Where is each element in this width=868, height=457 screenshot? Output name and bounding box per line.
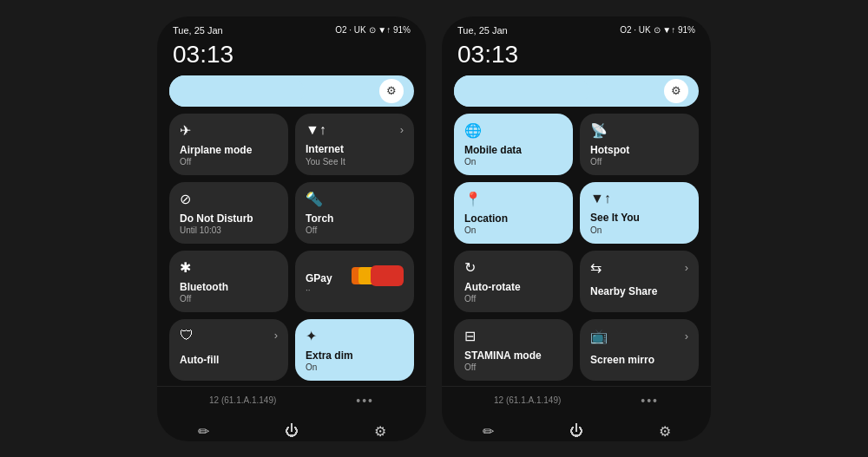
right-tile-mobiledata[interactable]: 🌐 Mobile data On <box>454 114 573 175</box>
right-tile-autorotate-sub: Off <box>464 294 562 304</box>
left-phone: Tue, 25 Jan O2 · UK ⊙ ▼↑ 91% 03:13 ⚙ ✈ A… <box>157 16 426 441</box>
location-icon: 📍 <box>464 191 482 207</box>
left-tile-autofill-top: 🛡 › <box>180 328 278 343</box>
left-tile-internet-sub: You See It <box>306 157 404 166</box>
left-tile-bluetooth-sub: Off <box>180 294 278 304</box>
left-tile-dnd-top: ⊘ <box>180 191 278 207</box>
right-brightness-row[interactable]: ⚙ <box>442 72 711 114</box>
right-nearbyshare-arrow: › <box>685 261 688 274</box>
right-brightness-thumb: ⚙ <box>664 79 688 103</box>
right-tile-location-top: 📍 <box>464 191 562 207</box>
left-tile-bluetooth-label: Bluetooth <box>180 281 278 293</box>
left-time: 03:13 <box>157 39 426 72</box>
right-screenmirror-arrow: › <box>685 330 688 343</box>
left-tile-airplane-top: ✈ <box>180 122 278 139</box>
right-tile-screenmirror-label: Screen mirro <box>590 354 688 366</box>
left-brightness-slider[interactable]: ⚙ <box>169 75 414 107</box>
right-tile-seeit-label: See It You <box>590 212 688 224</box>
right-tile-stamina-top: ⊟ <box>464 328 562 344</box>
left-tile-bluetooth[interactable]: ✱ Bluetooth Off <box>169 251 288 312</box>
left-tile-internet-label: Internet <box>306 143 404 155</box>
right-edit-icon[interactable]: ✏ <box>483 423 494 440</box>
right-more-dots[interactable]: ••• <box>641 394 659 408</box>
left-internet-arrow: › <box>400 123 404 136</box>
right-tile-location-label: Location <box>464 212 562 225</box>
hotspot-icon: 📡 <box>590 122 608 139</box>
left-tile-extradim-top: ✦ <box>306 328 404 344</box>
left-tile-autofill[interactable]: 🛡 › Auto-fill <box>169 319 288 381</box>
right-tile-screenmirror[interactable]: 📺 › Screen mirro <box>580 319 699 381</box>
left-tile-gpay-sub: ·· <box>306 285 346 295</box>
right-tile-nearbyshare-label: Nearby Share <box>590 285 688 297</box>
autofill-icon: 🛡 <box>180 328 194 343</box>
right-settings-icon[interactable]: ⚙ <box>659 423 671 440</box>
right-bottom-bar: 12 (61.1.A.1.149) ••• <box>442 386 711 420</box>
right-tile-hotspot-label: Hotspot <box>590 144 688 156</box>
right-status-bar: Tue, 25 Jan O2 · UK ⊙ ▼↑ 91% <box>442 16 711 39</box>
left-tile-extradim-sub: On <box>306 362 404 372</box>
right-version: 12 (61.1.A.1.149) <box>494 395 561 405</box>
right-tile-autorotate-top: ↻ <box>464 259 562 276</box>
left-brightness-thumb: ⚙ <box>379 79 404 103</box>
bluetooth-icon: ✱ <box>180 259 191 276</box>
right-tile-hotspot-top: 📡 <box>590 122 688 139</box>
left-status-bar: Tue, 25 Jan O2 · UK ⊙ ▼↑ 91% <box>157 16 426 39</box>
left-bottom-bar: 12 (61.1.A.1.149) ••• <box>157 386 426 420</box>
left-tile-torch-top: 🔦 <box>306 191 404 207</box>
right-tile-nearbyshare[interactable]: ⇆ › Nearby Share <box>580 251 699 312</box>
left-tile-internet[interactable]: ▼↑ › Internet You See It <box>295 114 414 175</box>
mobiledata-icon: 🌐 <box>464 122 482 139</box>
left-tile-airplane[interactable]: ✈ Airplane mode Off <box>169 114 288 175</box>
gpay-left: GPay ·· <box>306 267 346 295</box>
left-more-dots[interactable]: ••• <box>356 394 374 408</box>
left-tile-torch-label: Torch <box>306 212 404 225</box>
right-tiles-grid: 🌐 Mobile data On 📡 Hotspot Off 📍 Locatio… <box>442 114 711 386</box>
nearbyshare-icon: ⇆ <box>590 259 602 276</box>
right-bottom-icons: ✏ ⏻ ⚙ <box>442 420 711 441</box>
left-tile-dnd[interactable]: ⊘ Do Not Disturb Until 10:03 <box>169 182 288 244</box>
right-tile-stamina-sub: Off <box>464 362 562 372</box>
left-settings-icon[interactable]: ⚙ <box>374 423 386 440</box>
left-power-icon[interactable]: ⏻ <box>285 423 299 439</box>
left-status-icons: O2 · UK ⊙ ▼↑ 91% <box>335 25 411 35</box>
left-date: Tue, 25 Jan <box>173 25 223 36</box>
right-tile-location-sub: On <box>464 225 562 235</box>
right-tile-nearbyshare-top: ⇆ › <box>590 259 688 276</box>
right-status-icons: O2 · UK ⊙ ▼↑ 91% <box>620 25 695 35</box>
right-tile-autorotate[interactable]: ↻ Auto-rotate Off <box>454 251 573 312</box>
dnd-icon: ⊘ <box>180 191 191 207</box>
right-tile-seeit[interactable]: ▼↑ See It You On <box>580 182 699 244</box>
airplane-icon: ✈ <box>180 122 191 139</box>
left-edit-icon[interactable]: ✏ <box>198 423 209 440</box>
right-tile-seeit-sub: On <box>590 225 688 235</box>
left-version: 12 (61.1.A.1.149) <box>209 395 276 405</box>
right-tile-location[interactable]: 📍 Location On <box>454 182 573 244</box>
left-tile-extradim[interactable]: ✦ Extra dim On <box>295 319 414 381</box>
extradim-icon: ✦ <box>306 328 317 344</box>
autorotate-icon: ↻ <box>464 259 476 276</box>
phones-container: Tue, 25 Jan O2 · UK ⊙ ▼↑ 91% 03:13 ⚙ ✈ A… <box>157 16 711 441</box>
right-phone: Tue, 25 Jan O2 · UK ⊙ ▼↑ 91% 03:13 ⚙ 🌐 M… <box>442 16 711 441</box>
card-red <box>371 265 404 286</box>
wifi2-icon: ▼↑ <box>590 191 611 206</box>
left-tile-airplane-sub: Off <box>180 157 278 166</box>
left-tiles-grid: ✈ Airplane mode Off ▼↑ › Internet You Se… <box>157 114 426 386</box>
right-brightness-track <box>454 75 589 107</box>
left-tile-gpay[interactable]: GPay ·· <box>295 251 414 312</box>
left-tile-gpay-label: GPay <box>306 272 346 284</box>
left-brightness-row[interactable]: ⚙ <box>157 72 426 114</box>
stamina-icon: ⊟ <box>464 328 476 344</box>
right-tile-screenmirror-top: 📺 › <box>590 328 688 344</box>
left-tile-dnd-sub: Until 10:03 <box>180 225 278 235</box>
right-brightness-slider[interactable]: ⚙ <box>454 75 699 107</box>
left-tile-torch[interactable]: 🔦 Torch Off <box>295 182 414 244</box>
right-tile-autorotate-label: Auto-rotate <box>464 281 562 293</box>
right-tile-hotspot-sub: Off <box>590 157 688 166</box>
right-tile-hotspot[interactable]: 📡 Hotspot Off <box>580 114 699 175</box>
right-tile-stamina[interactable]: ⊟ STAMINA mode Off <box>454 319 573 381</box>
torch-icon: 🔦 <box>306 191 323 207</box>
left-tile-dnd-label: Do Not Disturb <box>180 212 278 225</box>
left-brightness-track <box>169 75 304 107</box>
right-tile-mobiledata-top: 🌐 <box>464 122 562 139</box>
right-power-icon[interactable]: ⏻ <box>569 423 583 439</box>
